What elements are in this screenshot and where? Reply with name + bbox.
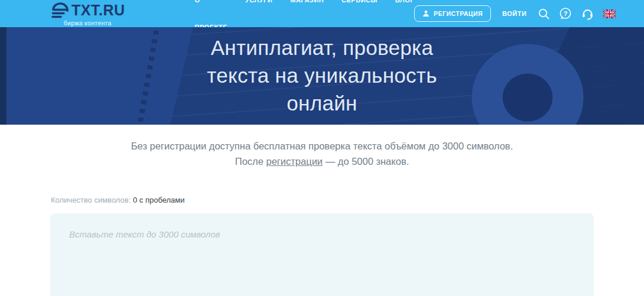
intro-text: Без регистрации доступна бесплатная пров…	[0, 125, 644, 169]
etxt-logo-icon	[50, 2, 70, 18]
char-count-row: Количество символов: 0 с пробелами	[51, 196, 594, 204]
help-icon[interactable]: ?	[559, 7, 572, 20]
login-link[interactable]: ВОЙТИ	[502, 10, 526, 17]
hero-banner: Антиплагиат, проверка текста на уникальн…	[0, 27, 644, 125]
text-input[interactable]	[50, 213, 594, 296]
support-icon[interactable]	[581, 7, 594, 21]
intro-line2: После регистрации — до 5000 знаков.	[0, 154, 644, 169]
intro-line1: Без регистрации доступна бесплатная пров…	[0, 138, 644, 154]
logo[interactable]: TXT.RU биржа контента	[50, 2, 125, 27]
plagiarism-checker: Количество символов: 0 с пробелами	[50, 196, 594, 296]
char-count-value: 0 с пробелами	[133, 196, 185, 204]
char-count-label: Количество символов:	[51, 196, 131, 204]
header: TXT.RU биржа контента О ПРОЕКТЕ УСЛУГИ М…	[0, 0, 644, 27]
page-title: Антиплагиат, проверка текста на уникальн…	[0, 27, 644, 117]
registration-link[interactable]: регистрации	[266, 156, 323, 167]
logo-text: TXT.RU	[71, 3, 125, 18]
svg-text:?: ?	[564, 10, 568, 17]
user-icon	[422, 10, 430, 17]
register-label: РЕГИСТРАЦИЯ	[434, 10, 483, 17]
logo-subtitle: биржа контента	[64, 19, 112, 27]
header-actions: РЕГИСТРАЦИЯ ВОЙТИ ?	[414, 5, 616, 22]
register-button[interactable]: РЕГИСТРАЦИЯ	[414, 5, 491, 22]
uk-flag-icon[interactable]	[603, 9, 616, 18]
search-icon[interactable]	[538, 8, 550, 20]
